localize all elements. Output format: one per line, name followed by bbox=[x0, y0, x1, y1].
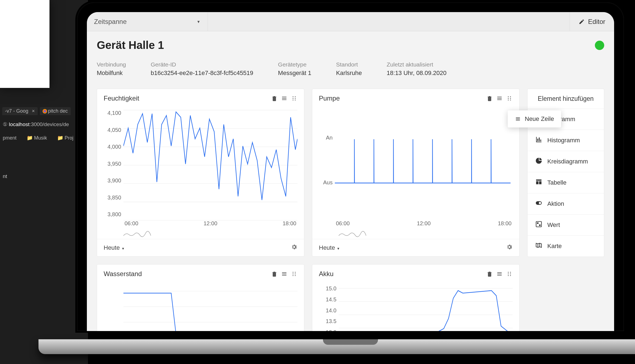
card-wasserstand: Wasserstand . bbox=[97, 264, 304, 331]
new-row-popup[interactable]: Neue Zeile bbox=[508, 110, 561, 127]
svg-point-5 bbox=[295, 99, 296, 100]
list-icon[interactable] bbox=[496, 271, 503, 277]
svg-point-29 bbox=[508, 272, 509, 273]
panel-item-label: Histogramm bbox=[547, 137, 580, 144]
panel-item-icon bbox=[535, 221, 542, 229]
panel-item-label: Wert bbox=[547, 221, 560, 229]
editor-label: Editor bbox=[588, 18, 605, 26]
editor-button[interactable]: Editor bbox=[570, 12, 614, 31]
svg-point-32 bbox=[510, 272, 511, 273]
chart-plot-area[interactable] bbox=[123, 283, 297, 331]
meta-field: GerätetypeMessgerät 1 bbox=[278, 61, 311, 77]
pencil-icon bbox=[579, 19, 585, 25]
panel-item-icon bbox=[535, 178, 542, 187]
delete-icon[interactable] bbox=[271, 271, 278, 277]
card-footer-range[interactable]: Heute▼ bbox=[104, 244, 125, 251]
svg-point-1 bbox=[292, 98, 293, 99]
bookmark-folder[interactable]: Proj bbox=[57, 135, 73, 141]
page-title-row: Gerät Halle 1 bbox=[97, 39, 604, 51]
timespan-selector[interactable]: Zeitspanne ▼ bbox=[87, 12, 208, 31]
svg-point-20 bbox=[292, 273, 293, 274]
panel-item-wert[interactable]: Wert bbox=[528, 214, 604, 235]
meta-label: Standort bbox=[336, 61, 362, 68]
panel-item-icon bbox=[535, 136, 542, 145]
chart-brush[interactable] bbox=[339, 231, 513, 237]
card-feuchtigkeit: Feuchtigkeit 4,1004,0504,0003,9503,9003,… bbox=[97, 89, 304, 257]
drag-handle-icon[interactable] bbox=[506, 271, 513, 277]
card-pumpe: Pumpe AnAus bbox=[312, 89, 520, 257]
meta-value: Messgerät 1 bbox=[278, 70, 311, 77]
timespan-label: Zeitspanne bbox=[94, 18, 127, 26]
list-icon[interactable] bbox=[281, 271, 288, 277]
panel-item-label: Tabelle bbox=[547, 179, 567, 186]
dashboard-app: Zeitspanne ▼ Editor Gerät Halle 1 Verbin… bbox=[87, 12, 614, 331]
background-white-window bbox=[0, 0, 49, 88]
browser-tabs: -v7 - Goog × pitch dec bbox=[0, 107, 73, 115]
panel-item-aktion[interactable]: Aktion bbox=[528, 193, 604, 214]
gear-icon[interactable] bbox=[291, 244, 297, 252]
card-title: Akku bbox=[319, 270, 333, 278]
list-icon[interactable] bbox=[496, 95, 503, 102]
meta-field: Geräte-IDb16c3254-ee2e-11e7-8c3f-fcf5c45… bbox=[151, 61, 253, 77]
panel-item-label: Kreisdiagramm bbox=[547, 158, 588, 165]
device-meta: VerbindungMobilfunkGeräte-IDb16c3254-ee2… bbox=[97, 61, 604, 77]
chart-plot-area[interactable]: 06:0012:0018:00 bbox=[123, 107, 297, 230]
svg-point-13 bbox=[508, 96, 509, 97]
panel-item-icon bbox=[535, 199, 542, 208]
panel-item-karte[interactable]: Karte bbox=[528, 235, 604, 257]
browser-tab[interactable]: -v7 - Goog × bbox=[2, 107, 38, 115]
meta-value: Mobilfunk bbox=[97, 70, 126, 77]
card-title: Feuchtigkeit bbox=[104, 95, 139, 102]
delete-icon[interactable] bbox=[271, 95, 278, 102]
chart-plot-area[interactable] bbox=[339, 283, 513, 331]
panel-item-tabelle[interactable]: Tabelle bbox=[528, 172, 604, 193]
card-footer-range[interactable]: Heute▼ bbox=[319, 244, 340, 251]
panel-item-histogramm[interactable]: Histogramm bbox=[528, 130, 604, 151]
card-akku: Akku 15.014.514.013.513.0 bbox=[312, 264, 520, 331]
svg-point-2 bbox=[292, 99, 293, 100]
chart-brush[interactable] bbox=[123, 231, 297, 237]
page-title: Gerät Halle 1 bbox=[97, 39, 164, 51]
meta-field: Zuletzt aktualisiert18:13 Uhr, 08.09.202… bbox=[387, 61, 447, 77]
drag-handle-icon[interactable] bbox=[291, 271, 297, 277]
svg-point-24 bbox=[295, 275, 296, 276]
panel-item-kreisdiagramm[interactable]: Kreisdiagramm bbox=[528, 151, 604, 172]
svg-point-31 bbox=[508, 275, 509, 276]
list-icon[interactable] bbox=[281, 95, 288, 102]
caret-down-icon: ▼ bbox=[197, 20, 200, 24]
svg-point-16 bbox=[510, 96, 511, 97]
panel-item-label: Aktion bbox=[547, 200, 564, 207]
drag-handle-icon[interactable] bbox=[291, 95, 297, 102]
browser-tab[interactable]: pitch dec bbox=[40, 107, 71, 115]
svg-point-17 bbox=[510, 98, 511, 99]
browser-address-bar[interactable]: ① localhost:3000/devices/de bbox=[0, 120, 72, 129]
app-toolbar: Zeitspanne ▼ Editor bbox=[87, 12, 614, 31]
gear-icon[interactable] bbox=[506, 244, 513, 252]
background-browser-window: -v7 - Goog × pitch dec ① localhost:3000/… bbox=[0, 0, 88, 364]
drag-handle-icon[interactable] bbox=[506, 95, 513, 102]
svg-point-4 bbox=[295, 98, 296, 99]
svg-point-33 bbox=[510, 273, 511, 274]
svg-point-15 bbox=[508, 99, 509, 100]
page-sidebar-fragment: nt bbox=[0, 172, 10, 181]
laptop-mockup: Zeitspanne ▼ Editor Gerät Halle 1 Verbin… bbox=[77, 2, 624, 364]
panel-item-icon bbox=[535, 157, 542, 166]
status-indicator bbox=[595, 41, 604, 50]
svg-point-23 bbox=[295, 273, 296, 274]
bookmark-item[interactable]: pment bbox=[3, 135, 16, 141]
chart-plot-area[interactable]: 06:0012:0018:00 bbox=[335, 107, 513, 230]
svg-point-19 bbox=[292, 272, 293, 273]
meta-label: Gerätetype bbox=[278, 61, 311, 68]
chart-y-axis: 4,1004,0504,0003,9503,9003,8503,800 bbox=[104, 107, 123, 230]
panel-item-label: Karte bbox=[547, 243, 562, 250]
svg-point-34 bbox=[510, 275, 511, 276]
delete-icon[interactable] bbox=[486, 271, 493, 277]
delete-icon[interactable] bbox=[486, 95, 493, 102]
svg-point-18 bbox=[510, 99, 511, 100]
new-row-label: Neue Zeile bbox=[525, 115, 554, 123]
add-element-panel: Element hinzufügen Neue Zeile DiagrammHi… bbox=[527, 89, 604, 257]
meta-field: StandortKarlsruhe bbox=[336, 61, 362, 77]
meta-value: b16c3254-ee2e-11e7-8c3f-fcf5c45519 bbox=[151, 70, 253, 77]
add-element-title: Element hinzufügen bbox=[528, 89, 604, 109]
bookmark-folder[interactable]: Musik bbox=[27, 135, 47, 141]
